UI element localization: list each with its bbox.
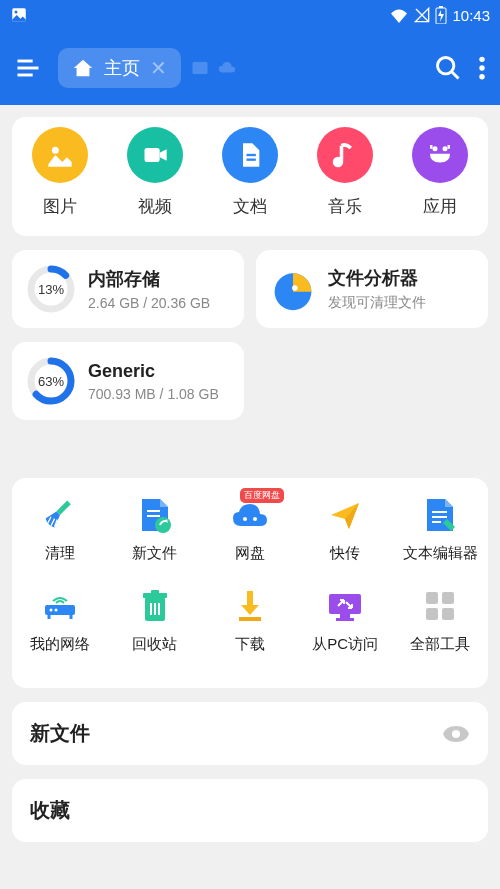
svg-point-9: [438, 57, 454, 73]
network-icon: [41, 587, 79, 625]
pie-icon: [270, 266, 316, 312]
section-收藏[interactable]: 收藏: [12, 779, 488, 842]
storage-ring: 63%: [26, 356, 76, 406]
svg-rect-4: [439, 6, 443, 8]
svg-rect-15: [144, 148, 159, 162]
tool-label: 全部工具: [410, 635, 470, 654]
music-icon: [317, 127, 373, 183]
tool-label: 快传: [330, 544, 360, 563]
svg-point-24: [292, 285, 298, 291]
menu-icon[interactable]: [14, 54, 42, 82]
storage-title: 内部存储: [88, 267, 210, 291]
tool-cloud[interactable]: 百度网盘 网盘: [202, 496, 297, 563]
tab-home[interactable]: 主页 ✕: [58, 48, 181, 88]
svg-point-54: [452, 730, 460, 738]
svg-rect-42: [151, 590, 159, 594]
tool-label: 新文件: [132, 544, 177, 563]
home-icon: [72, 57, 94, 79]
storage-ring: 13%: [26, 264, 76, 314]
tab-close-icon[interactable]: ✕: [150, 56, 167, 80]
svg-rect-51: [442, 592, 454, 604]
category-label: 文档: [233, 195, 267, 218]
storage-subtitle: 2.64 GB / 20.36 GB: [88, 295, 210, 311]
tool-label: 文本编辑器: [403, 544, 478, 563]
svg-point-36: [49, 609, 52, 612]
svg-rect-46: [239, 617, 261, 621]
tool-badge: 百度网盘: [240, 488, 284, 503]
bg-window-icon: [191, 59, 209, 77]
svg-rect-49: [336, 618, 354, 621]
tool-label: 我的网络: [30, 635, 90, 654]
section-新文件[interactable]: 新文件: [12, 702, 488, 765]
search-icon[interactable]: [434, 54, 462, 82]
category-video[interactable]: 视频: [127, 127, 183, 218]
svg-point-20: [443, 146, 448, 151]
storage-title: Generic: [88, 361, 219, 382]
tool-label: 回收站: [132, 635, 177, 654]
pc-icon: [326, 587, 364, 625]
tool-pc[interactable]: 从PC访问: [298, 587, 393, 654]
battery-icon: [435, 6, 447, 24]
svg-point-31: [253, 517, 257, 521]
category-music[interactable]: 音乐: [317, 127, 373, 218]
newfile-icon: [136, 496, 174, 534]
tools-row: 清理 新文件 百度网盘 网盘 快传 文本编辑器: [12, 496, 488, 563]
content-area: 图片 视频 文档 音乐 应用 13% 内部存储 2.64 GB / 20.36 …: [0, 105, 500, 889]
storage-card-analyzer[interactable]: 文件分析器 发现可清理文件: [256, 250, 488, 328]
bg-cloud-icon: [217, 59, 237, 77]
category-doc[interactable]: 文档: [222, 127, 278, 218]
tool-network[interactable]: 我的网络: [12, 587, 107, 654]
category-label: 图片: [43, 195, 77, 218]
svg-point-12: [479, 65, 484, 70]
wifi-icon: [389, 7, 409, 23]
svg-point-19: [433, 146, 438, 151]
image-notif-icon: [10, 6, 28, 24]
svg-point-13: [479, 73, 484, 78]
svg-point-29: [155, 517, 171, 533]
storage-subtitle: 发现可清理文件: [328, 294, 426, 312]
storage-row: 13% 内部存储 2.64 GB / 20.36 GB 文件分析器 发现可清理文…: [12, 250, 488, 328]
tool-trash[interactable]: 回收站: [107, 587, 202, 654]
textedit-icon: [421, 496, 459, 534]
doc-icon: [222, 127, 278, 183]
trash-icon: [136, 587, 174, 625]
status-time: 10:43: [452, 7, 490, 24]
clean-icon: [41, 496, 79, 534]
more-icon[interactable]: [478, 55, 486, 81]
svg-point-1: [15, 11, 18, 14]
svg-point-11: [479, 56, 484, 61]
tool-textedit[interactable]: 文本编辑器: [393, 496, 488, 563]
tool-download[interactable]: 下载: [202, 587, 297, 654]
send-icon: [326, 496, 364, 534]
section-title: 新文件: [30, 720, 90, 747]
svg-point-30: [243, 517, 247, 521]
category-grid: 图片 视频 文档 音乐 应用: [12, 117, 488, 236]
svg-rect-53: [442, 608, 454, 620]
tool-grid[interactable]: 全部工具: [393, 587, 488, 654]
svg-point-18: [335, 159, 342, 166]
category-label: 音乐: [328, 195, 362, 218]
storage-card-internal[interactable]: 13% 内部存储 2.64 GB / 20.36 GB: [12, 250, 244, 328]
storage-title: 文件分析器: [328, 266, 426, 290]
svg-rect-50: [426, 592, 438, 604]
eye-icon[interactable]: [442, 724, 470, 744]
tool-label: 下载: [235, 635, 265, 654]
download-icon: [231, 587, 269, 625]
tool-send[interactable]: 快传: [298, 496, 393, 563]
tool-newfile[interactable]: 新文件: [107, 496, 202, 563]
category-label: 应用: [423, 195, 457, 218]
svg-point-14: [51, 147, 58, 154]
app-header: 主页 ✕: [0, 30, 500, 105]
app-icon: [412, 127, 468, 183]
svg-line-10: [452, 71, 459, 78]
category-label: 视频: [138, 195, 172, 218]
storage-card-generic[interactable]: 63% Generic 700.93 MB / 1.08 GB: [12, 342, 244, 420]
status-bar: 10:43: [0, 0, 500, 30]
tool-label: 清理: [45, 544, 75, 563]
section-title: 收藏: [30, 797, 70, 824]
signal-icon: [414, 7, 430, 23]
svg-point-37: [54, 609, 57, 612]
category-app[interactable]: 应用: [412, 127, 468, 218]
category-image[interactable]: 图片: [32, 127, 88, 218]
tool-clean[interactable]: 清理: [12, 496, 107, 563]
